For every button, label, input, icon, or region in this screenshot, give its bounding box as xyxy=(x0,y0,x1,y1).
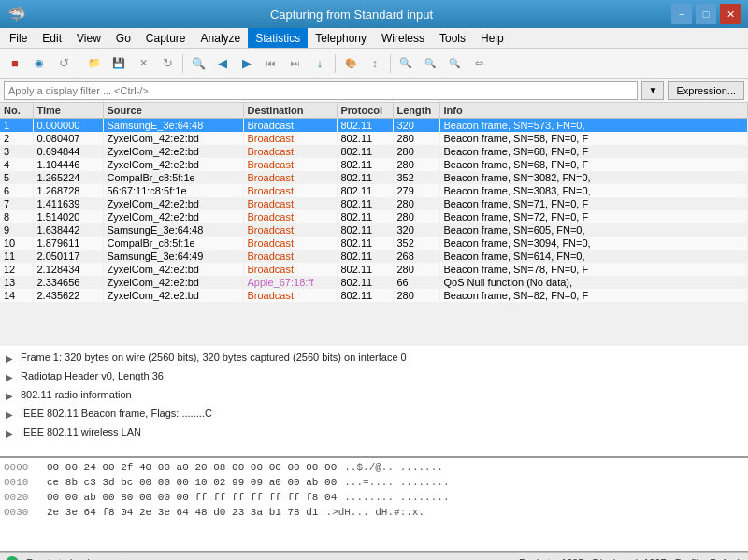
cell-destination: Apple_67:18:ff xyxy=(243,276,337,289)
table-row[interactable]: 3 0.694844 ZyxelCom_42:e2:bd Broadcast 8… xyxy=(0,145,748,158)
cell-info: Beacon frame, SN=68, FN=0, F xyxy=(439,158,748,171)
detail-item[interactable]: ▶IEEE 802.11 Beacon frame, Flags: ......… xyxy=(2,404,746,423)
cell-protocol: 802.11 xyxy=(337,223,393,237)
col-header-no[interactable]: No. xyxy=(0,103,33,119)
table-row[interactable]: 14 2.435622 ZyxelCom_42:e2:bd Broadcast … xyxy=(0,289,748,302)
menu-file[interactable]: File xyxy=(2,28,35,48)
zoom-normal-button[interactable]: 🔍 xyxy=(443,52,466,75)
cell-protocol: 802.11 xyxy=(337,119,393,133)
find-button[interactable]: 🔍 xyxy=(187,52,209,75)
cell-length: 280 xyxy=(393,197,439,210)
expression-button[interactable]: Expression... xyxy=(668,81,744,100)
cell-destination: Broadcast xyxy=(243,171,337,184)
autoscroll-button[interactable]: ↕ xyxy=(364,52,386,75)
table-row[interactable]: 12 2.128434 ZyxelCom_42:e2:bd Broadcast … xyxy=(0,263,748,276)
detail-item[interactable]: ▶802.11 radio information xyxy=(2,385,746,404)
stop-capture-button[interactable]: ■ xyxy=(4,52,26,75)
detail-label: 802.11 radio information xyxy=(21,387,132,402)
expand-icon: ▶ xyxy=(6,408,17,419)
save-file-button[interactable]: 💾 xyxy=(108,52,130,75)
detail-item[interactable]: ▶IEEE 802.11 wireless LAN xyxy=(2,423,746,441)
table-row[interactable]: 7 1.411639 ZyxelCom_42:e2:bd Broadcast 8… xyxy=(0,197,748,210)
resize-columns-button[interactable]: ⇔ xyxy=(468,52,490,75)
menu-capture[interactable]: Capture xyxy=(138,28,194,48)
cell-protocol: 802.11 xyxy=(337,263,393,276)
profile-label: Profile: Default xyxy=(675,557,742,561)
hex-offset: 0030 xyxy=(4,505,39,520)
cell-protocol: 802.11 xyxy=(337,250,393,263)
cell-source: SamsungE_3e:64:49 xyxy=(103,250,243,263)
detail-label: IEEE 802.11 wireless LAN xyxy=(21,424,141,439)
menu-bar: File Edit View Go Capture Analyze Statis… xyxy=(0,28,748,49)
go-back-button[interactable]: ◀ xyxy=(211,52,234,75)
go-last-button[interactable]: ⏭ xyxy=(284,52,307,75)
menu-edit[interactable]: Edit xyxy=(35,28,69,48)
cell-info: Beacon frame, SN=3082, FN=0, xyxy=(439,171,748,184)
cell-time: 1.638442 xyxy=(33,223,103,237)
menu-analyze[interactable]: Analyze xyxy=(194,28,249,48)
menu-view[interactable]: View xyxy=(69,28,108,48)
zoom-out-button[interactable]: 🔍 xyxy=(419,52,441,75)
menu-go[interactable]: Go xyxy=(108,28,138,48)
table-row[interactable]: 2 0.080407 ZyxelCom_42:e2:bd Broadcast 8… xyxy=(0,132,748,145)
menu-tools[interactable]: Tools xyxy=(432,28,473,48)
scroll-down-button[interactable]: ↓ xyxy=(309,52,331,75)
table-row[interactable]: 8 1.514020 ZyxelCom_42:e2:bd Broadcast 8… xyxy=(0,210,748,223)
col-header-destination[interactable]: Destination xyxy=(243,103,337,119)
close-file-button[interactable]: ✕ xyxy=(132,52,154,75)
open-file-button[interactable]: 📁 xyxy=(83,52,106,75)
menu-wireless[interactable]: Wireless xyxy=(374,28,432,48)
col-header-source[interactable]: Source xyxy=(103,103,243,119)
table-row[interactable]: 11 2.050117 SamsungE_3e:64:49 Broadcast … xyxy=(0,250,748,263)
table-row[interactable]: 9 1.638442 SamsungE_3e:64:48 Broadcast 8… xyxy=(0,223,748,237)
table-row[interactable]: 4 1.104446 ZyxelCom_42:e2:bd Broadcast 8… xyxy=(0,158,748,171)
col-header-protocol[interactable]: Protocol xyxy=(337,103,393,119)
cell-destination: Broadcast xyxy=(243,289,337,302)
table-row[interactable]: 6 1.268728 56:67:11:c8:5f:1e Broadcast 8… xyxy=(0,184,748,197)
cell-time: 0.694844 xyxy=(33,145,103,158)
start-capture-button[interactable]: ◉ xyxy=(28,52,50,75)
filter-dropdown[interactable]: ▼ xyxy=(641,81,664,100)
col-header-info[interactable]: Info xyxy=(439,103,748,119)
menu-telephony[interactable]: Telephony xyxy=(308,28,374,48)
cell-protocol: 802.11 xyxy=(337,145,393,158)
table-row[interactable]: 5 1.265224 CompalBr_c8:5f:1e Broadcast 8… xyxy=(0,171,748,184)
table-row[interactable]: 10 1.879611 CompalBr_c8:5f:1e Broadcast … xyxy=(0,237,748,250)
filter-bar: ▼ Expression... xyxy=(0,79,748,103)
reload-button[interactable]: ↻ xyxy=(156,52,179,75)
menu-help[interactable]: Help xyxy=(473,28,511,48)
cell-length: 268 xyxy=(393,250,439,263)
col-header-length[interactable]: Length xyxy=(393,103,439,119)
toolbar-separator-2 xyxy=(182,54,183,73)
minimize-button[interactable]: − xyxy=(671,4,692,24)
hex-row: 0010 ce 8b c3 3d bc 00 00 00 10 02 99 09… xyxy=(4,475,744,490)
cell-time: 2.050117 xyxy=(33,250,103,263)
cell-time: 0.000000 xyxy=(33,119,103,133)
hex-bytes: ce 8b c3 3d bc 00 00 00 10 02 99 09 a0 0… xyxy=(47,475,337,490)
cell-info: QoS Null function (No data), xyxy=(439,276,748,289)
detail-label: Frame 1: 320 bytes on wire (2560 bits), … xyxy=(21,350,407,365)
colorize-button[interactable]: 🎨 xyxy=(339,52,362,75)
go-first-button[interactable]: ⏮ xyxy=(260,52,282,75)
cell-protocol: 802.11 xyxy=(337,184,393,197)
status-ready-text: Ready to load or capture xyxy=(26,557,138,561)
cell-source: ZyxelCom_42:e2:bd xyxy=(103,158,243,171)
cell-time: 0.080407 xyxy=(33,132,103,145)
cell-length: 280 xyxy=(393,210,439,223)
zoom-in-button[interactable]: 🔍 xyxy=(395,52,417,75)
cell-no: 14 xyxy=(0,289,33,302)
detail-item[interactable]: ▶Frame 1: 320 bytes on wire (2560 bits),… xyxy=(2,348,746,366)
col-header-time[interactable]: Time xyxy=(33,103,103,119)
close-button[interactable]: ✕ xyxy=(720,4,741,24)
detail-item[interactable]: ▶Radiotap Header v0, Length 36 xyxy=(2,366,746,385)
table-row[interactable]: 13 2.334656 ZyxelCom_42:e2:bd Apple_67:1… xyxy=(0,276,748,289)
filter-input[interactable] xyxy=(4,81,638,100)
restart-capture-button[interactable]: ↺ xyxy=(52,52,75,75)
menu-statistics[interactable]: Statistics xyxy=(248,28,308,48)
maximize-button[interactable]: □ xyxy=(696,4,716,24)
cell-length: 352 xyxy=(393,171,439,184)
cell-source: ZyxelCom_42:e2:bd xyxy=(103,263,243,276)
table-row[interactable]: 1 0.000000 SamsungE_3e:64:48 Broadcast 8… xyxy=(0,119,748,133)
hex-row: 0020 00 00 ab 00 80 00 00 00 ff ff ff ff… xyxy=(4,490,744,505)
go-forward-button[interactable]: ▶ xyxy=(236,52,258,75)
